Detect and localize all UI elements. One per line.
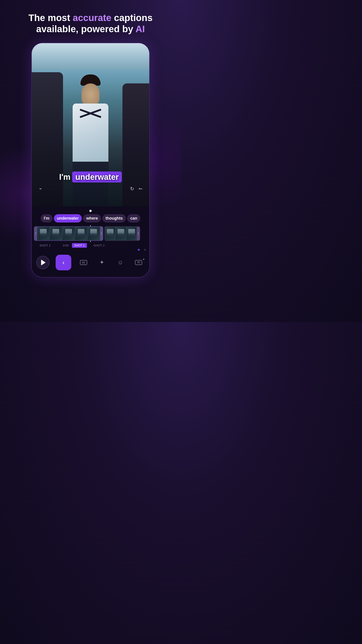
play-icon	[41, 260, 45, 266]
ai-cc-button[interactable]: CC ✦	[132, 256, 145, 268]
header-text-1: The most	[28, 12, 73, 23]
timeline-clip-2[interactable]	[104, 226, 140, 241]
timeline-clip-1[interactable]	[34, 226, 103, 241]
shot-time: 0:03	[63, 244, 69, 247]
phone-frame: I'munderwater ⌄ ↻ ↼ I'm underwater where…	[31, 43, 150, 278]
header-title: The most accurate captions available, po…	[28, 12, 153, 35]
toolbar-dot-dim	[144, 249, 146, 251]
undo-redo-controls: ↻ ↼	[130, 186, 143, 192]
clip-thumb	[50, 227, 62, 240]
phone-container: I'munderwater ⌄ ↻ ↼ I'm underwater where…	[31, 43, 150, 284]
word-chip-where[interactable]: where	[83, 214, 101, 222]
caption-highlighted: underwater	[72, 172, 122, 182]
toolbar-dots	[32, 249, 149, 251]
dropdown-arrow[interactable]: ⌄	[38, 185, 42, 191]
clip-thumb	[105, 227, 115, 240]
ai-button[interactable]: ✦	[96, 256, 108, 268]
clip-thumb	[37, 227, 50, 240]
captions-button[interactable]: CC	[77, 256, 90, 268]
undo-button[interactable]: ↻	[130, 186, 134, 192]
toolbar-dot-active	[138, 249, 140, 251]
caption-normal: I'm	[59, 172, 71, 182]
shot-label-active: SHOT 1	[72, 243, 87, 248]
clip-handle-right-2[interactable]	[137, 227, 140, 240]
clip-handle-right-1[interactable]	[100, 227, 103, 240]
word-chips: I'm underwater where thoughts can	[32, 214, 149, 225]
word-chip-im[interactable]: I'm	[41, 214, 52, 222]
word-chip-underwater[interactable]: underwater	[54, 214, 82, 222]
timeline-area: I'm underwater where thoughts can	[32, 206, 149, 277]
bottom-toolbar: ‹ CC ✦ ☺ CC ✦	[32, 252, 149, 275]
word-chip-can[interactable]: can	[127, 214, 140, 222]
timeline-strip	[32, 225, 149, 242]
playhead-dot	[89, 210, 92, 212]
shot-label-1: SHOT 1	[39, 244, 51, 247]
clip-thumb	[126, 227, 137, 240]
figure-left	[32, 72, 63, 206]
sparkle-icon: ✦	[99, 259, 104, 266]
clip-handle-left-1[interactable]	[34, 227, 37, 240]
header-text-2: captions	[111, 12, 152, 23]
header-text-3: available, powered by	[36, 24, 135, 34]
emoji-icon: ☺	[117, 259, 123, 266]
back-button[interactable]: ‹	[56, 255, 71, 270]
header-accent-2: AI	[135, 24, 145, 34]
clip-thumb	[88, 227, 100, 240]
emoji-button[interactable]: ☺	[114, 256, 126, 268]
video-area: I'munderwater ⌄ ↻ ↼	[32, 43, 149, 206]
clip-thumbs-1	[37, 227, 100, 240]
toolbar-buttons-row: ‹ CC ✦ ☺ CC ✦	[35, 255, 146, 270]
header-accent-1: accurate	[73, 12, 111, 23]
caption-overlay: I'munderwater	[32, 172, 149, 182]
back-icon: ‹	[62, 259, 64, 266]
play-button[interactable]	[36, 256, 50, 269]
redo-button[interactable]: ↼	[139, 186, 143, 192]
shot-labels: SHOT 1 0:03 SHOT 1 SHOT 2	[32, 242, 149, 249]
clip-thumb	[62, 227, 75, 240]
header: The most accurate captions available, po…	[15, 0, 166, 43]
head	[81, 84, 99, 106]
cc-icon: CC	[80, 260, 87, 265]
clip-thumbs-2	[105, 227, 137, 240]
ai-cc-icon: CC ✦	[135, 260, 142, 265]
harness	[73, 104, 108, 166]
shot-label-2: SHOT 2	[94, 244, 105, 247]
pants	[73, 162, 108, 206]
clip-thumb	[75, 227, 87, 240]
word-chip-thoughts[interactable]: thoughts	[102, 214, 126, 222]
clip-thumb	[115, 227, 126, 240]
